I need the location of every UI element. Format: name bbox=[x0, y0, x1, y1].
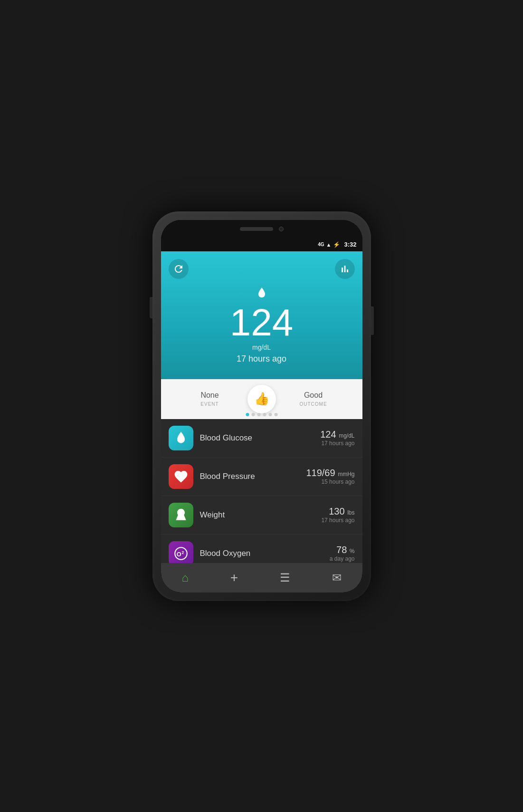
phone-top-bar bbox=[161, 220, 362, 238]
blood-oxygen-item[interactable]: O 2 Blood Oxygen 78 % a day ago bbox=[161, 535, 362, 563]
chart-button[interactable] bbox=[335, 259, 355, 279]
heart-pulse-icon bbox=[173, 469, 189, 484]
home-icon: ⌂ bbox=[181, 571, 189, 584]
glucose-unit: mg/dL bbox=[169, 344, 355, 351]
health-metrics-list: Blood Glucose 124 mg/dL 17 hours ago bbox=[161, 419, 362, 563]
weight-value: 130 lbs bbox=[321, 506, 354, 517]
dot-6 bbox=[274, 413, 277, 416]
refresh-icon bbox=[173, 263, 184, 275]
outcome-column: Good OUTCOME bbox=[276, 391, 351, 407]
dot-5 bbox=[268, 413, 272, 416]
dot-3 bbox=[257, 413, 260, 416]
phone-screen-container: 4G ▲ ⚡ 3:32 bbox=[161, 220, 362, 592]
bottom-navigation: ⌂ + ☰ ✉ bbox=[161, 563, 362, 592]
blood-oxygen-reading: 78 % a day ago bbox=[330, 545, 355, 562]
mail-icon: ✉ bbox=[332, 571, 342, 584]
power-button[interactable] bbox=[371, 306, 374, 335]
glucose-drop-icon bbox=[173, 430, 189, 446]
outcome-value: Good bbox=[276, 391, 351, 400]
speaker-grill bbox=[240, 227, 273, 231]
weight-unit: lbs bbox=[347, 509, 354, 516]
dot-1 bbox=[246, 413, 249, 416]
reading-time-ago: 17 hours ago bbox=[169, 354, 355, 364]
weight-time: 17 hours ago bbox=[321, 517, 354, 524]
weight-scale-icon bbox=[173, 507, 189, 523]
mood-indicator[interactable]: 👍 bbox=[247, 385, 276, 413]
blood-pressure-icon bbox=[169, 464, 193, 489]
volume-button[interactable] bbox=[150, 297, 152, 318]
hero-section: 124 mg/dL 17 hours ago bbox=[161, 251, 362, 379]
battery-icon: ⚡ bbox=[333, 241, 340, 248]
menu-icon: ☰ bbox=[280, 571, 290, 584]
dot-2 bbox=[251, 413, 255, 416]
page-dots bbox=[246, 413, 277, 416]
screen: 4G ▲ ⚡ 3:32 bbox=[161, 238, 362, 592]
event-label: EVENT bbox=[172, 401, 247, 407]
weight-icon bbox=[169, 503, 193, 527]
blood-pressure-unit: mmHg bbox=[338, 471, 354, 478]
mail-nav-button[interactable]: ✉ bbox=[323, 567, 351, 588]
chart-icon bbox=[339, 263, 351, 275]
add-icon: + bbox=[230, 570, 238, 585]
blood-glucose-time: 17 hours ago bbox=[320, 440, 354, 447]
blood-pressure-time: 15 hours ago bbox=[306, 478, 354, 485]
blood-glucose-name: Blood Glucose bbox=[200, 433, 321, 443]
blood-glucose-item[interactable]: Blood Glucose 124 mg/dL 17 hours ago bbox=[161, 419, 362, 458]
menu-nav-button[interactable]: ☰ bbox=[270, 567, 300, 588]
svg-text:O: O bbox=[176, 550, 181, 557]
add-nav-button[interactable]: + bbox=[221, 566, 247, 589]
weight-reading: 130 lbs 17 hours ago bbox=[321, 506, 354, 524]
blood-glucose-value: 124 mg/dL bbox=[320, 429, 354, 440]
hero-main-reading: 124 mg/dL 17 hours ago bbox=[169, 283, 355, 372]
front-camera bbox=[279, 227, 284, 231]
status-icons: 4G ▲ ⚡ 3:32 bbox=[318, 241, 356, 248]
refresh-button[interactable] bbox=[169, 259, 189, 279]
signal-indicator: 4G bbox=[318, 242, 324, 247]
blood-pressure-item[interactable]: Blood Pressure 119/69 mmHg 15 hours ago bbox=[161, 458, 362, 496]
blood-oxygen-name: Blood Oxygen bbox=[200, 549, 330, 558]
blood-oxygen-value: 78 % bbox=[330, 545, 355, 555]
event-value: None bbox=[172, 391, 247, 400]
weight-name: Weight bbox=[200, 510, 322, 520]
clock: 3:32 bbox=[344, 241, 356, 248]
blood-glucose-icon bbox=[169, 426, 193, 450]
home-nav-button[interactable]: ⌂ bbox=[172, 567, 198, 588]
blood-pressure-value: 119/69 mmHg bbox=[306, 468, 354, 478]
svg-text:2: 2 bbox=[181, 550, 184, 555]
thumbs-up-icon: 👍 bbox=[254, 392, 269, 406]
water-drop-icon bbox=[255, 287, 268, 300]
dot-4 bbox=[263, 413, 266, 416]
status-bar: 4G ▲ ⚡ 3:32 bbox=[161, 238, 362, 251]
hero-top-bar bbox=[169, 259, 355, 279]
event-outcome-row: None EVENT 👍 Good OUTCOME bbox=[161, 379, 362, 419]
blood-pressure-name: Blood Pressure bbox=[200, 472, 306, 481]
signal-bars-icon: ▲ bbox=[326, 242, 332, 248]
oxygen-icon: O 2 bbox=[173, 545, 189, 562]
drop-icon bbox=[169, 287, 355, 302]
weight-item[interactable]: Weight 130 lbs 17 hours ago bbox=[161, 496, 362, 535]
blood-pressure-reading: 119/69 mmHg 15 hours ago bbox=[306, 468, 354, 485]
glucose-value: 124 bbox=[169, 304, 355, 342]
blood-glucose-unit: mg/dL bbox=[339, 432, 354, 439]
phone-device: 4G ▲ ⚡ 3:32 bbox=[152, 211, 371, 601]
event-column: None EVENT bbox=[172, 391, 247, 407]
blood-glucose-reading: 124 mg/dL 17 hours ago bbox=[320, 429, 354, 447]
blood-oxygen-unit: % bbox=[350, 548, 355, 554]
outcome-label: OUTCOME bbox=[276, 401, 351, 407]
blood-oxygen-icon: O 2 bbox=[169, 541, 193, 563]
blood-oxygen-time: a day ago bbox=[330, 555, 355, 562]
